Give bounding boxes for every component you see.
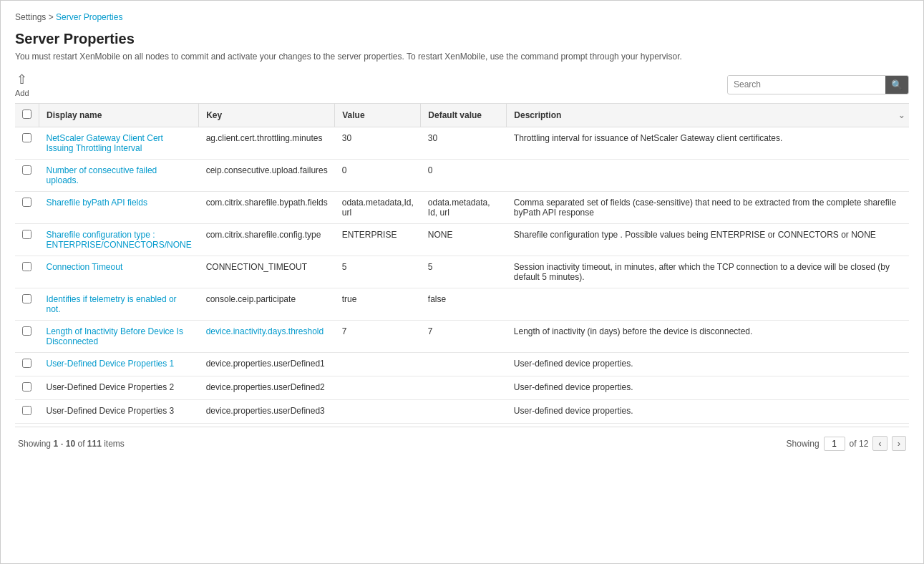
display-name-link[interactable]: NetScaler Gateway Client Cert Issuing Th… xyxy=(47,133,163,153)
row-default-value: NONE xyxy=(421,224,507,256)
pagination: Showing of 12 ‹ › xyxy=(787,436,906,451)
sort-icon: ⌄ xyxy=(898,111,905,120)
row-checkbox[interactable] xyxy=(22,359,31,368)
breadcrumb-current[interactable]: Server Properties xyxy=(56,12,122,22)
row-checkbox[interactable] xyxy=(22,198,31,207)
row-value: true xyxy=(335,288,421,321)
row-key: device.properties.userDefined3 xyxy=(199,400,335,424)
total-items: 111 xyxy=(87,439,102,449)
key-link[interactable]: device.inactivity.days.threshold xyxy=(206,326,324,336)
row-description: User-defined device properties. xyxy=(507,376,909,400)
row-display-name[interactable]: Identifies if telemetry is enabled or no… xyxy=(39,288,199,321)
row-key[interactable]: device.inactivity.days.threshold xyxy=(199,321,335,353)
row-display-name[interactable]: Sharefile configuration type : ENTERPRIS… xyxy=(39,224,199,256)
row-checkbox-cell xyxy=(15,160,39,192)
row-default-value: odata.metadata, Id, url xyxy=(421,192,507,224)
table-header-row: Display name Key Value Default value Des… xyxy=(15,104,909,127)
range-end: 10 xyxy=(66,439,75,449)
row-value: ENTERPRISE xyxy=(335,224,421,256)
table-row: Sharefile byPath API fieldscom.citrix.sh… xyxy=(15,192,909,224)
row-description: Session inactivity timeout, in minutes, … xyxy=(507,256,909,288)
row-checkbox-cell xyxy=(15,321,39,353)
table-row: Length of Inactivity Before Device Is Di… xyxy=(15,321,909,353)
toolbar-left: ⇧ Add xyxy=(15,72,29,97)
display-name-link[interactable]: Number of consecutive failed uploads. xyxy=(47,165,157,185)
row-checkbox-cell xyxy=(15,376,39,400)
row-key: com.citrix.sharefile.bypath.fields xyxy=(199,192,335,224)
range-start: 1 xyxy=(53,439,58,449)
table-row: User-Defined Device Properties 3device.p… xyxy=(15,400,909,424)
items-label: items xyxy=(104,439,125,449)
header-key: Key xyxy=(199,104,335,127)
row-value: 30 xyxy=(335,127,421,160)
row-checkbox[interactable] xyxy=(22,165,31,175)
prev-page-button[interactable]: ‹ xyxy=(872,436,887,451)
search-input[interactable] xyxy=(728,76,885,93)
header-value: Value xyxy=(335,104,421,127)
row-display-name[interactable]: NetScaler Gateway Client Cert Issuing Th… xyxy=(39,127,199,160)
row-default-value: 30 xyxy=(421,127,507,160)
table-row: Number of consecutive failed uploads.cei… xyxy=(15,160,909,192)
row-default-value xyxy=(421,400,507,424)
row-display-name[interactable]: Sharefile byPath API fields xyxy=(39,192,199,224)
add-icon: ⇧ xyxy=(16,72,27,87)
row-display-name[interactable]: Number of consecutive failed uploads. xyxy=(39,160,199,192)
add-button[interactable]: ⇧ Add xyxy=(15,72,29,97)
row-value xyxy=(335,376,421,400)
page-number-input[interactable] xyxy=(824,437,845,451)
breadcrumb-settings: Settings xyxy=(15,12,46,22)
header-display-name: Display name xyxy=(39,104,199,127)
display-name-link[interactable]: Identifies if telemetry is enabled or no… xyxy=(47,294,177,314)
toolbar: ⇧ Add 🔍 xyxy=(15,72,909,97)
row-checkbox[interactable] xyxy=(22,133,31,142)
row-description: Throttling interval for issuance of NetS… xyxy=(507,127,909,160)
row-checkbox[interactable] xyxy=(22,294,31,303)
row-description xyxy=(507,288,909,321)
row-default-value: 5 xyxy=(421,256,507,288)
breadcrumb: Settings > Server Properties xyxy=(15,12,909,22)
table-row: NetScaler Gateway Client Cert Issuing Th… xyxy=(15,127,909,160)
row-description: Length of inactivity (in days) before th… xyxy=(507,321,909,353)
of-label: of xyxy=(77,439,84,449)
row-key: ag.client.cert.throttling.minutes xyxy=(199,127,335,160)
row-checkbox-cell xyxy=(15,224,39,256)
header-default-value: Default value xyxy=(421,104,507,127)
table-row: Sharefile configuration type : ENTERPRIS… xyxy=(15,224,909,256)
next-page-button[interactable]: › xyxy=(892,436,906,451)
table-body: NetScaler Gateway Client Cert Issuing Th… xyxy=(15,127,909,424)
search-container: 🔍 xyxy=(727,75,909,94)
row-checkbox[interactable] xyxy=(22,262,31,271)
row-checkbox-cell xyxy=(15,127,39,160)
row-checkbox-cell xyxy=(15,192,39,224)
row-display-name: User-Defined Device Properties 3 xyxy=(39,400,199,424)
row-checkbox[interactable] xyxy=(22,406,31,415)
row-checkbox[interactable] xyxy=(22,382,31,392)
row-checkbox[interactable] xyxy=(22,230,31,239)
header-description: Description ⌄ xyxy=(507,104,909,127)
row-display-name[interactable]: Length of Inactivity Before Device Is Di… xyxy=(39,321,199,353)
row-key: console.ceip.participate xyxy=(199,288,335,321)
row-description: User-defined device properties. xyxy=(507,353,909,376)
row-checkbox-cell xyxy=(15,288,39,321)
showing-range: Showing 1 - 10 of 111 items xyxy=(18,439,125,449)
select-all-checkbox[interactable] xyxy=(22,110,31,119)
row-checkbox-cell xyxy=(15,353,39,376)
row-default-value xyxy=(421,353,507,376)
row-display-name[interactable]: User-Defined Device Properties 1 xyxy=(39,353,199,376)
properties-table: Display name Key Value Default value Des… xyxy=(15,103,909,424)
display-name-link[interactable]: Length of Inactivity Before Device Is Di… xyxy=(47,326,183,346)
row-default-value: false xyxy=(421,288,507,321)
display-name-link[interactable]: User-Defined Device Properties 1 xyxy=(47,359,175,369)
display-name-link[interactable]: Connection Timeout xyxy=(47,262,123,272)
display-name-link[interactable]: Sharefile configuration type : ENTERPRIS… xyxy=(47,230,192,250)
row-description: User-defined device properties. xyxy=(507,400,909,424)
search-button[interactable]: 🔍 xyxy=(885,76,908,94)
row-display-name[interactable]: Connection Timeout xyxy=(39,256,199,288)
row-key: com.citrix.sharefile.config.type xyxy=(199,224,335,256)
row-key: device.properties.userDefined2 xyxy=(199,376,335,400)
row-checkbox[interactable] xyxy=(22,326,31,336)
showing-label: Showing xyxy=(18,439,51,449)
display-name-link[interactable]: Sharefile byPath API fields xyxy=(47,198,147,208)
row-description: Comma separated set of fields (case-sens… xyxy=(507,192,909,224)
row-key: ceip.consecutive.upload.failures xyxy=(199,160,335,192)
